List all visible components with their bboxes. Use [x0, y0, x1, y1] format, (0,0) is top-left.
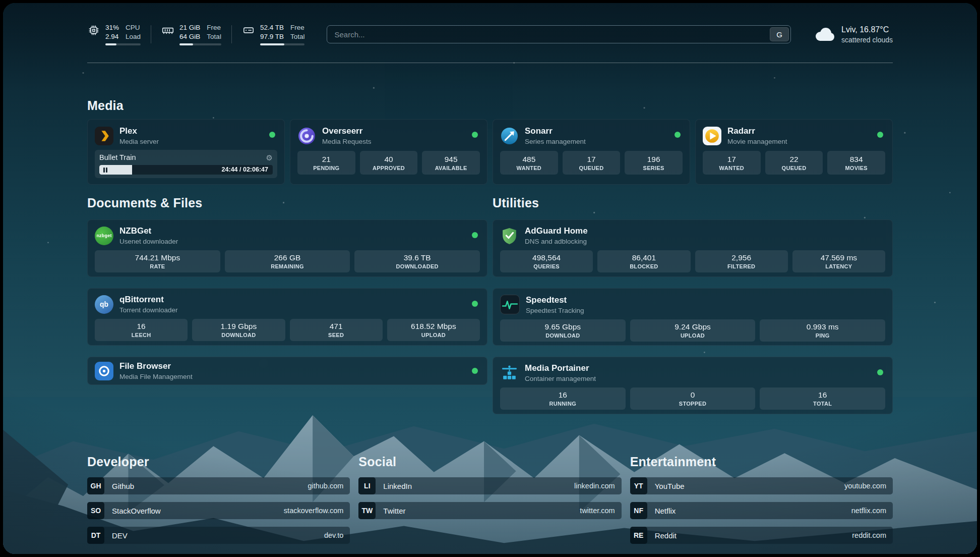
developer-column: Developer GH Github github.com SO StackO… — [87, 455, 350, 544]
bookmark-reddit[interactable]: RE Reddit reddit.com — [630, 527, 893, 544]
service-card-sonarr[interactable]: Sonarr Series management 485 WANTED 17 Q… — [493, 119, 690, 185]
bookmark-name: DEV — [112, 531, 128, 540]
bookmark-name: StackOverflow — [112, 507, 161, 515]
bookmark-github[interactable]: GH Github github.com — [87, 477, 350, 494]
bookmark-linkedin[interactable]: LI LinkedIn linkedin.com — [358, 477, 621, 494]
service-subtitle: DNS and adblocking — [525, 238, 588, 245]
bookmark-dev[interactable]: DT DEV dev.to — [87, 527, 350, 544]
bookmark-twitter[interactable]: TW Twitter twitter.com — [358, 502, 621, 519]
middle-columns: Documents & Files nzbget NZBGet Usenet d… — [87, 185, 893, 425]
stat-upload: 618.52 Mbps UPLOAD — [387, 319, 480, 341]
storage-free-label: Free — [290, 23, 305, 32]
stat-remaining: 266 GB REMAINING — [225, 250, 350, 272]
plex-now-playing: Bullet Train ⚙︎ 24:44 / 02:06:47 — [95, 150, 277, 178]
dev-abbr-icon: DT — [87, 527, 104, 544]
service-card-adguard[interactable]: AdGuard Home DNS and adblocking 498,564 … — [493, 219, 893, 277]
status-dot — [472, 132, 478, 138]
service-card-overseerr[interactable]: Overseerr Media Requests 21 PENDING 40 A… — [290, 119, 487, 185]
weather-condition: scattered clouds — [841, 36, 893, 44]
service-subtitle: Media Requests — [322, 138, 372, 145]
service-subtitle: Media File Management — [119, 373, 193, 380]
search-engine-button[interactable]: G — [770, 27, 789, 41]
load-label: Load — [126, 32, 141, 41]
bookmark-name: Netflix — [655, 507, 676, 515]
status-dot — [269, 132, 275, 138]
divider — [231, 25, 232, 43]
reddit-abbr-icon: RE — [630, 527, 647, 544]
service-subtitle: Container management — [525, 375, 596, 382]
memory-stat: 21 GiB 64 GiB Free Total — [161, 23, 221, 46]
github-abbr-icon: GH — [87, 477, 104, 494]
utilities-column: Utilities AdGuard — [493, 185, 893, 425]
status-dot — [472, 232, 478, 238]
service-card-portainer[interactable]: Media Portainer Container management 16 … — [493, 357, 893, 414]
storage-stat: 52.4 TB 97.9 TB Free Total — [242, 23, 305, 46]
cpu-usage-value: 31% — [105, 23, 119, 32]
stat-latency: 47.569 ms LATENCY — [792, 250, 885, 272]
memory-total-label: Total — [207, 32, 221, 41]
stat-running: 16 RUNNING — [500, 387, 626, 410]
service-card-radarr[interactable]: Radarr Movie management 17 WANTED 22 QUE… — [695, 119, 893, 185]
stat-download: 1.19 Gbps DOWNLOAD — [192, 319, 285, 341]
qbittorrent-icon: qb — [95, 295, 113, 314]
search-bar: G — [327, 25, 791, 43]
service-card-filebrowser[interactable]: File Browser Media File Management — [87, 357, 487, 385]
filebrowser-icon — [95, 362, 113, 380]
memory-total-value: 64 GiB — [179, 32, 200, 41]
service-card-qbittorrent[interactable]: qb qBittorrent Torrent downloader 16 LEE… — [87, 288, 487, 346]
youtube-abbr-icon: YT — [630, 477, 647, 494]
netflix-abbr-icon: NF — [630, 502, 647, 519]
bookmark-netflix[interactable]: NF Netflix netflix.com — [630, 502, 893, 519]
service-card-speedtest[interactable]: Speedtest Speedtest Tracking 9.65 Gbps D… — [493, 288, 893, 346]
stat-ping: 0.993 ms PING — [760, 319, 885, 342]
gear-icon[interactable]: ⚙︎ — [266, 154, 273, 161]
overseerr-icon — [297, 127, 316, 145]
speedtest-icon — [500, 295, 520, 314]
weather-widget[interactable]: Lviv, 16.87°C scattered clouds — [813, 25, 893, 44]
status-dot — [472, 368, 478, 374]
cpu-chip-icon — [87, 24, 100, 37]
divider — [151, 25, 151, 43]
system-stats: 31% 2.94 CPU Load — [87, 23, 304, 46]
now-playing-title: Bullet Train — [99, 153, 136, 161]
status-dot — [877, 132, 883, 138]
linkedin-abbr-icon: LI — [358, 477, 376, 494]
storage-progress-bar — [260, 43, 305, 45]
section-title-documents: Documents & Files — [87, 196, 487, 210]
weather-location-temp: Lviv, 16.87°C — [841, 25, 893, 34]
service-card-nzbget[interactable]: nzbget NZBGet Usenet downloader 744.21 M… — [87, 219, 487, 277]
pause-icon[interactable] — [103, 168, 107, 173]
service-subtitle: Movie management — [727, 138, 787, 145]
top-bar: 31% 2.94 CPU Load — [87, 21, 893, 47]
nzbget-icon: nzbget — [95, 227, 113, 245]
service-name: AdGuard Home — [525, 226, 588, 236]
bookmark-stackoverflow[interactable]: SO StackOverflow stackoverflow.com — [87, 502, 350, 519]
service-subtitle: Speedtest Tracking — [526, 307, 584, 314]
stat-downloaded: 39.6 TB DOWNLOADED — [354, 250, 480, 272]
service-name: Plex — [119, 126, 159, 136]
storage-total-label: Total — [290, 32, 305, 41]
cpu-stat: 31% 2.94 CPU Load — [87, 23, 141, 46]
playback-progress-bar[interactable]: 24:44 / 02:06:47 — [99, 165, 273, 175]
header-divider — [87, 63, 893, 63]
radarr-icon — [703, 127, 721, 145]
cpu-load-value: 2.94 — [105, 32, 119, 41]
stat-upload: 9.24 Gbps UPLOAD — [630, 319, 756, 342]
bookmark-youtube[interactable]: YT YouTube youtube.com — [630, 477, 893, 494]
service-name: File Browser — [119, 361, 193, 371]
stat-stopped: 0 STOPPED — [630, 387, 756, 410]
bookmark-url: stackoverflow.com — [284, 507, 343, 515]
service-name: Overseerr — [322, 126, 372, 136]
memory-free-label: Free — [207, 23, 221, 32]
entertainment-column: Entertainment YT YouTube youtube.com NF … — [630, 455, 893, 544]
bookmark-url: reddit.com — [852, 531, 886, 539]
stat-total: 16 TOTAL — [760, 387, 885, 410]
storage-free-value: 52.4 TB — [260, 23, 284, 32]
bookmark-name: Github — [112, 482, 134, 490]
stat-queries: 498,564 QUERIES — [500, 250, 593, 272]
stat-blocked: 86,401 BLOCKED — [597, 250, 690, 272]
cloud-icon — [813, 26, 835, 42]
search-input[interactable] — [327, 25, 791, 43]
service-card-plex[interactable]: Plex Media server Bullet Train ⚙︎ 24:44 … — [87, 119, 285, 185]
portainer-icon — [500, 364, 519, 382]
